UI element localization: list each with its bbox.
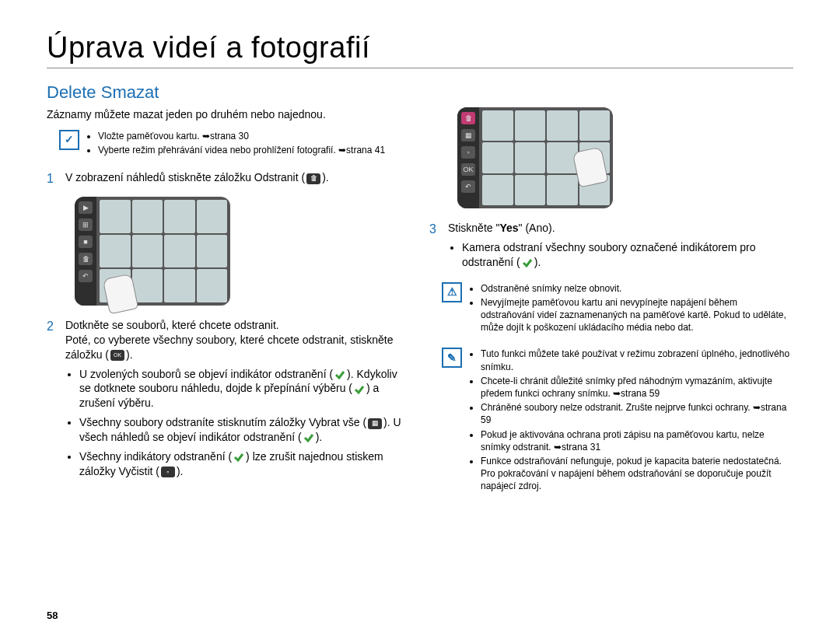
page-title: Úprava videí a fotografií [47,31,793,68]
sb-item-icon: ■ [79,236,93,248]
thumb [482,175,513,205]
step-number: 1 [47,170,58,187]
step-number: 2 [47,318,58,484]
step2-bullet: Všechny indikátory odstranění () lze zru… [79,449,411,479]
thumb [164,235,195,268]
info-item: Tuto funkci můžete také používat v režim… [481,348,793,372]
step-2: 2 Dotkněte se souborů, které chcete odst… [47,318,411,484]
section-title: Delete Smazat [47,82,793,103]
info-item: Funkce odstraňování nefunguje, pokud je … [481,455,793,493]
thumb [197,200,228,233]
thumb [482,142,513,173]
step3-bullet: Kamera odstraní všechny soubory označené… [462,240,793,270]
sb-clear-icon: ▫ [461,146,475,159]
thumb [482,110,513,141]
step2-line2b: ). [126,348,133,361]
info-item: Chráněné soubory nelze odstranit. Zrušte… [481,401,793,426]
sb-trash-icon: 🗑 [79,253,93,265]
ok-icon [110,350,124,361]
thumbnail-select-illustration: 🗑 ▦ ▫ OK ↶ [457,107,613,208]
thumb [515,110,546,141]
sb-ok-icon: OK [461,163,475,176]
step1-text-a: V zobrazení náhledů stiskněte záložku Od… [65,171,305,183]
thumb [164,269,195,302]
check-green-icon [334,369,345,380]
sb-back-icon: ↶ [79,270,93,282]
step2-bullet: Všechny soubory odstraníte stisknutím zá… [79,415,411,445]
step3-yes: Yes [499,222,518,234]
warn-item: Odstraněné snímky nelze obnovit. [481,282,793,295]
step-number: 3 [429,221,440,274]
thumb [579,110,611,141]
thumb [132,235,163,268]
info-item: Pokud je aktivována ochrana proti zápisu… [481,428,793,453]
sb-trash-icon: 🗑 [461,112,475,124]
thumb [547,110,578,141]
warning-icon: ⚠ [442,282,462,302]
precheck-note: ✓ Vložte paměťovou kartu. ➥strana 30 Vyb… [59,130,411,158]
info-note: ✎ Tuto funkci můžete také používat v rež… [442,348,793,494]
thumb [547,175,578,205]
sb-selectall-icon: ▦ [461,129,475,142]
check-green-icon [354,384,365,395]
select-all-icon [368,418,382,429]
sb-grid-icon: ⊞ [79,218,93,231]
step1-text-b: ). [322,171,329,183]
check-green-icon [233,452,244,463]
intro-text: Záznamy můžete mazat jeden po druhém neb… [47,107,411,122]
info-icon: ✎ [442,348,462,368]
clear-icon [161,467,175,477]
thumb [100,235,131,268]
thumb [197,269,228,302]
thumb [132,200,163,233]
check-green-icon [522,257,533,268]
step-1: 1 V zobrazení náhledů stiskněte záložku … [47,170,411,187]
thumb [100,200,131,233]
warn-item: Nevyjímejte paměťovou kartu ani nevypíne… [481,296,793,334]
step2-bullet: U zvolených souborů se objeví indikátor … [79,367,411,411]
check-green-icon [303,432,314,443]
step-3: 3 Stiskněte "Yes" (Ano). Kamera odstraní… [429,221,793,274]
thumb [197,235,228,268]
thumbnail-screen-illustration: ▶ ⊞ ■ 🗑 ↶ [75,197,230,306]
info-item: Chcete-li chránit důležité snímky před n… [481,375,793,400]
note-item: Vyberte režim přehrávání videa nebo proh… [98,144,385,156]
step2-line1: Dotkněte se souborů, které chcete odstra… [65,318,411,333]
thumb [515,142,546,173]
step3-post: " (Ano). [519,222,555,234]
note-item: Vložte paměťovou kartu. ➥strana 30 [98,130,385,142]
check-icon: ✓ [59,130,79,150]
sb-back-icon: ↶ [461,180,475,193]
warning-note: ⚠ Odstraněné snímky nelze obnovit. Nevyj… [442,282,793,336]
thumb [515,175,546,205]
page-number: 58 [47,610,58,621]
trash-icon [306,173,320,184]
sb-play-icon: ▶ [79,201,93,214]
step3-pre: Stiskněte " [448,222,499,234]
thumb [164,200,195,233]
